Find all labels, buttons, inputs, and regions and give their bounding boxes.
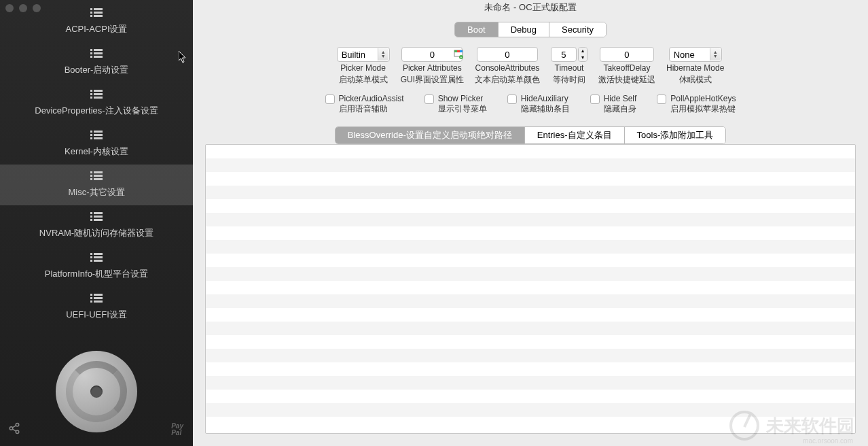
pickeraudioassist-checkbox[interactable]: [325, 95, 335, 104]
sub-seg-control: BlessOverride-设置自定义启动项绝对路径 Entries-自定义条目…: [335, 126, 726, 144]
table-row[interactable]: [206, 158, 855, 172]
svg-rect-40: [94, 256, 103, 258]
svg-rect-25: [90, 175, 92, 177]
takeoffdelay-input[interactable]: [600, 47, 654, 62]
table-row[interactable]: [206, 349, 855, 362]
minimize-window-button[interactable]: [19, 4, 27, 12]
table-row[interactable]: [206, 172, 855, 186]
table-row[interactable]: [206, 294, 855, 308]
table-row[interactable]: [206, 226, 855, 240]
table-row[interactable]: [206, 403, 855, 417]
svg-rect-6: [90, 49, 92, 51]
svg-rect-43: [90, 297, 92, 299]
table-row[interactable]: [206, 322, 855, 335]
settings-dial[interactable]: [56, 351, 137, 432]
check-labels: HideAuxiliary 隐藏辅助条目: [521, 94, 570, 114]
paypal-label[interactable]: Pay Pal: [171, 423, 183, 436]
tab-blessoverride[interactable]: BlessOverride-设置自定义启动项绝对路径: [336, 127, 525, 143]
pickermode-select[interactable]: Builtin ▲▼: [337, 47, 390, 62]
svg-text:+: +: [460, 55, 463, 59]
tab-boot[interactable]: Boot: [455, 22, 499, 37]
check-sublabel: 启用模拟苹果热键: [670, 104, 736, 114]
showpicker-checkbox[interactable]: [424, 95, 434, 104]
svg-rect-14: [90, 97, 92, 99]
tab-debug[interactable]: Debug: [499, 22, 549, 37]
svg-rect-21: [94, 131, 103, 133]
list-icon: [90, 253, 103, 262]
sidebar-item-deviceproperties[interactable]: DeviceProperties-注入设备设置: [0, 83, 193, 124]
tab-tools[interactable]: Tools-添加附加工具: [625, 127, 726, 143]
svg-rect-5: [94, 15, 103, 17]
svg-rect-29: [94, 178, 103, 180]
top-tabs: Boot Debug Security: [205, 22, 856, 37]
svg-line-51: [12, 426, 16, 428]
table-row[interactable]: [206, 335, 855, 349]
table-area[interactable]: [205, 144, 856, 434]
table-row[interactable]: [206, 308, 855, 322]
table-row[interactable]: [206, 376, 855, 390]
window-controls: [0, 0, 46, 16]
step-up-button[interactable]: ▴: [579, 48, 587, 54]
list-icon: [90, 131, 103, 140]
svg-rect-23: [94, 137, 103, 139]
table-row[interactable]: [206, 199, 855, 213]
tab-security[interactable]: Security: [549, 22, 606, 37]
sidebar-item-uefi[interactable]: UEFI-UEFI设置: [0, 287, 193, 328]
palette-icon[interactable]: +: [453, 49, 464, 60]
svg-rect-17: [94, 97, 103, 99]
svg-rect-0: [90, 8, 92, 10]
hideauxiliary-checkbox[interactable]: [507, 95, 517, 104]
table-row[interactable]: [206, 267, 855, 281]
sidebar-item-label: Booter-启动设置: [65, 64, 129, 76]
svg-rect-9: [94, 49, 103, 51]
field-label: Timeout: [555, 63, 584, 73]
field-sublabel: 等待时间: [553, 74, 585, 86]
close-window-button[interactable]: [5, 4, 14, 12]
field-hibernatemode: None ▲▼ Hibernate Mode 休眠模式: [666, 47, 724, 86]
check-sublabel: 隐藏自身: [604, 104, 637, 114]
sidebar-item-platforminfo[interactable]: PlatformInfo-机型平台设置: [0, 246, 193, 287]
hibernatemode-select[interactable]: None ▲▼: [669, 47, 722, 62]
check-labels: PollAppleHotKeys 启用模拟苹果热键: [670, 94, 736, 114]
table-row[interactable]: [206, 281, 855, 294]
timeout-input[interactable]: [551, 47, 577, 62]
step-down-button[interactable]: ▾: [579, 54, 587, 61]
pollapplehotkeys-checkbox[interactable]: [657, 95, 666, 104]
check-labels: Show Picker 显示引导菜单: [438, 94, 487, 114]
hideself-checkbox[interactable]: [590, 95, 600, 104]
tab-entries[interactable]: Entries-自定义条目: [525, 127, 625, 143]
share-icon[interactable]: [8, 422, 20, 436]
sidebar-item-booter[interactable]: Booter-启动设置: [0, 42, 193, 83]
sidebar: ACPI-ACPI设置 Booter-启动设置 DeviceProperties…: [0, 0, 193, 446]
field-label: Picker Mode: [340, 63, 386, 73]
svg-rect-47: [94, 301, 103, 303]
table-row[interactable]: [206, 254, 855, 267]
field-sublabel: 激活快捷键延迟: [598, 74, 655, 86]
sidebar-item-label: UEFI-UEFI设置: [66, 309, 127, 321]
svg-rect-45: [94, 294, 103, 296]
field-consoleattributes: ConsoleAttributes 文本启动菜单颜色: [475, 47, 540, 86]
sidebar-item-kernel[interactable]: Kernel-内核设置: [0, 124, 193, 165]
check-hideself: Hide Self 隐藏自身: [590, 94, 637, 114]
svg-rect-46: [94, 297, 103, 299]
sidebar-item-misc[interactable]: Misc-其它设置: [0, 165, 193, 205]
field-sublabel: GUI界面设置属性: [401, 74, 464, 86]
table-row[interactable]: [206, 240, 855, 254]
sidebar-item-nvram[interactable]: NVRAM-随机访问存储器设置: [0, 205, 193, 246]
consoleattributes-input[interactable]: [477, 47, 538, 62]
svg-rect-8: [90, 56, 92, 58]
table-row[interactable]: [206, 362, 855, 376]
field-pickerattributes: + Picker Attributes GUI界面设置属性: [401, 47, 464, 86]
svg-rect-41: [94, 260, 103, 262]
svg-rect-54: [454, 50, 457, 52]
list-icon: [90, 49, 103, 58]
table-row[interactable]: [206, 186, 855, 199]
pickermode-value: Builtin: [342, 50, 365, 60]
svg-rect-19: [90, 134, 92, 136]
table-row[interactable]: [206, 390, 855, 403]
zoom-window-button[interactable]: [33, 4, 41, 12]
table-row[interactable]: [206, 213, 855, 226]
svg-rect-2: [90, 15, 92, 17]
top-seg-control: Boot Debug Security: [454, 22, 607, 37]
table-row[interactable]: [206, 145, 855, 158]
